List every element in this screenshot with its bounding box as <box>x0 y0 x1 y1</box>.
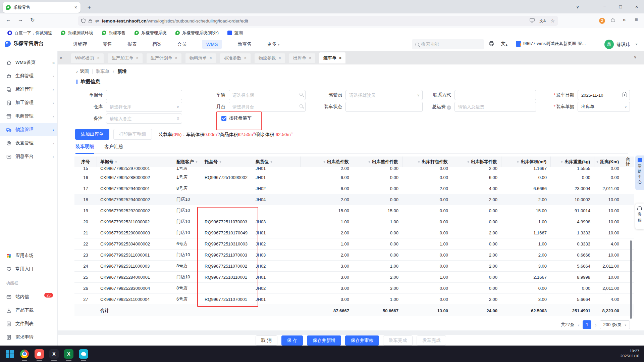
pallet-checkbox-row[interactable]: 按托盘装车 <box>221 115 252 121</box>
sidebar-item-WMS首页[interactable]: WMS首页« <box>0 56 57 69</box>
menu-item-进销存[interactable]: 进销存 <box>73 41 87 47</box>
bookmark-item[interactable]: 乐檬测试环境 <box>61 30 93 36</box>
permissions-swap-icon[interactable]: ⇄ <box>95 18 99 24</box>
column-header-合计[interactable]: 合计 <box>623 156 634 167</box>
page-size-select[interactable]: 200 条/页∨ <box>600 320 630 329</box>
table-row[interactable]: 27CK9967799253110000046号店RQ9967725110700… <box>74 294 634 305</box>
column-header-出库拆零件数[interactable]: 出库拆零件数 <box>452 156 501 167</box>
subtab-装车明细[interactable]: 装车明细 <box>75 144 94 153</box>
avatar[interactable]: 翁 <box>604 40 614 49</box>
sidebar-item-常用入口[interactable]: 常用入口 <box>0 262 58 276</box>
sidebar-item-应用市场[interactable]: 应用市场 <box>0 249 58 262</box>
extension-badge[interactable]: 2 <box>599 18 605 24</box>
bookmark-item[interactable]: 乐檬管理系统(海外) <box>175 30 219 36</box>
brand-logo[interactable]: 乐檬零售后台 <box>5 40 44 47</box>
user-name[interactable]: 翁琪玮 <box>616 42 630 48</box>
tab-close-icon[interactable]: × <box>309 56 311 60</box>
chrome-icon[interactable] <box>19 349 30 359</box>
chevron-down-icon[interactable]: ∨ <box>635 42 638 46</box>
collapse-sidebar-icon[interactable]: « <box>52 60 54 65</box>
total-freight-input[interactable] <box>454 102 536 112</box>
header-search-input[interactable]: 搜索功能 <box>412 39 484 49</box>
table-scrollbar-thumb[interactable] <box>630 240 632 319</box>
lanhu-app-icon[interactable] <box>78 349 89 359</box>
x-app-icon[interactable]: X <box>49 349 59 359</box>
print-detail-button[interactable]: 打印装车明细 <box>113 129 152 140</box>
depart-date-input[interactable] <box>578 90 630 100</box>
customer-service-button[interactable]: 客服 <box>635 203 644 229</box>
account-switcher[interactable]: 99677-wms测试账套新页面-管... <box>516 41 586 47</box>
sidebar-item-需求申请[interactable]: 需求申请 <box>0 330 58 344</box>
load-doc-select[interactable] <box>578 102 630 112</box>
sidebar-item-消息平台[interactable]: 消息平台› <box>0 150 57 163</box>
sidebar-item-物流管理[interactable]: 物流管理› <box>0 123 57 136</box>
bookmark-item[interactable]: 乐檬零售 <box>102 30 126 36</box>
menu-item-报表[interactable]: 报表 <box>127 41 137 47</box>
bookmark-item[interactable]: 蓝湖 <box>227 30 243 36</box>
tab-close-icon[interactable]: × <box>97 56 100 60</box>
column-header-出库打包件数[interactable]: 出库打包件数 <box>402 156 452 167</box>
window-minimize-button[interactable]: − <box>597 0 612 13</box>
tab-close-icon[interactable]: × <box>210 56 212 60</box>
footer-button-取消[interactable]: 取 消 <box>256 335 277 346</box>
column-header-出库重量(kg)[interactable]: 出库重量(kg) <box>551 156 594 167</box>
table-row[interactable]: 26CK9967799252830000048号店JH023.003.000.0… <box>74 283 634 294</box>
column-header-配送客户[interactable]: 配送客户 <box>173 156 201 167</box>
bookmark-item[interactable]: 乐檬管理系统 <box>135 30 167 36</box>
sidebar-item-生鲜管理[interactable]: 生鲜管理› <box>0 69 57 83</box>
menu-item-零售[interactable]: 零售 <box>103 41 112 47</box>
tab-close-icon[interactable]: × <box>175 56 177 60</box>
table-row[interactable]: 23CK996779925311000001门店10RQ996772511070… <box>74 250 634 261</box>
help-center-tab[interactable]: 帮助中心 <box>635 155 644 190</box>
menu-item-档案[interactable]: 档案 <box>152 41 162 47</box>
calendar-icon[interactable] <box>623 93 627 97</box>
workspace-tab-装车单[interactable]: 装车单× <box>319 52 345 63</box>
sidebar-item-加工管理[interactable]: 加工管理› <box>0 96 57 109</box>
back-button[interactable]: ← <box>4 17 13 23</box>
subtab-客户汇总[interactable]: 客户汇总 <box>104 144 123 153</box>
warehouse-select[interactable] <box>106 102 182 112</box>
workspace-tab-生产加工单[interactable]: 生产加工单× <box>108 53 143 63</box>
column-header-距离(Km)[interactable]: 距离(Km) <box>594 156 623 167</box>
menu-item-新零售[interactable]: 新零售 <box>237 41 252 47</box>
translate-icon[interactable]: 文A <box>539 18 546 24</box>
sidebar-item-设置管理[interactable]: 设置管理› <box>0 136 57 150</box>
footer-button-保存并新增[interactable]: 保存并新增 <box>307 335 341 346</box>
column-header-出库体积(m³)[interactable]: 出库体积(m³) <box>501 156 551 167</box>
forward-button[interactable]: → <box>16 17 25 23</box>
translate-icon[interactable]: 文A <box>501 41 508 47</box>
table-row[interactable]: 24CK9967799253110000038号店RQ9967725110700… <box>74 261 634 272</box>
breadcrumb-parent[interactable]: 装车单 <box>96 69 110 75</box>
taskbar-clock[interactable]: 10:27 2025/11/10 <box>620 349 639 359</box>
search-icon[interactable] <box>300 104 303 107</box>
tab-list-chevron-icon[interactable]: ∨ <box>570 0 585 13</box>
column-header-托盘号[interactable]: 托盘号 <box>201 156 252 167</box>
table-row[interactable]: 19CK996779925292000002门店1015.0015.000.00… <box>74 205 634 216</box>
tab-close-icon[interactable]: × <box>279 56 281 60</box>
order-no-input[interactable] <box>106 90 182 100</box>
menu-hamburger-icon[interactable]: ≡ <box>632 17 641 23</box>
menu-item-更多[interactable]: 更多▾ <box>267 41 279 47</box>
reload-button[interactable]: ↻ <box>28 17 37 23</box>
prev-page-icon[interactable]: ‹ <box>578 322 579 328</box>
tab-close-icon[interactable]: × <box>136 56 139 60</box>
windows-start-icon[interactable] <box>5 349 15 359</box>
url-field[interactable]: ⇄ lemon-test.nhsoft.cn/wms/logistics/out… <box>78 16 558 26</box>
menu-item-WMS[interactable]: WMS <box>202 40 222 49</box>
table-row[interactable]: 15CK9967799252970000011号店JH012.000.000.0… <box>74 167 634 172</box>
add-outbound-button[interactable]: 添加出库单 <box>75 129 109 140</box>
current-page-button[interactable]: 1 <box>583 320 591 329</box>
menu-item-会员[interactable]: 会员 <box>177 41 186 47</box>
table-row[interactable]: 22CK9967799253040000026号店RQ9967725103100… <box>74 238 634 250</box>
workspace-tab-出库单[interactable]: 出库单× <box>289 53 315 63</box>
window-close-button[interactable]: × <box>629 0 644 13</box>
new-tab-button[interactable]: + <box>85 3 94 12</box>
sidebar-item-标准管理[interactable]: 标准管理› <box>0 83 57 96</box>
info-icon[interactable]: ? <box>447 105 451 110</box>
column-header-单据号[interactable]: 单据号 <box>97 156 173 167</box>
shield-icon[interactable] <box>81 18 86 23</box>
column-header-出库总件数[interactable]: 出库总件数 <box>301 156 353 167</box>
printer-icon[interactable] <box>488 41 494 48</box>
vehicle-input[interactable] <box>229 90 306 100</box>
contact-input[interactable] <box>454 90 536 100</box>
